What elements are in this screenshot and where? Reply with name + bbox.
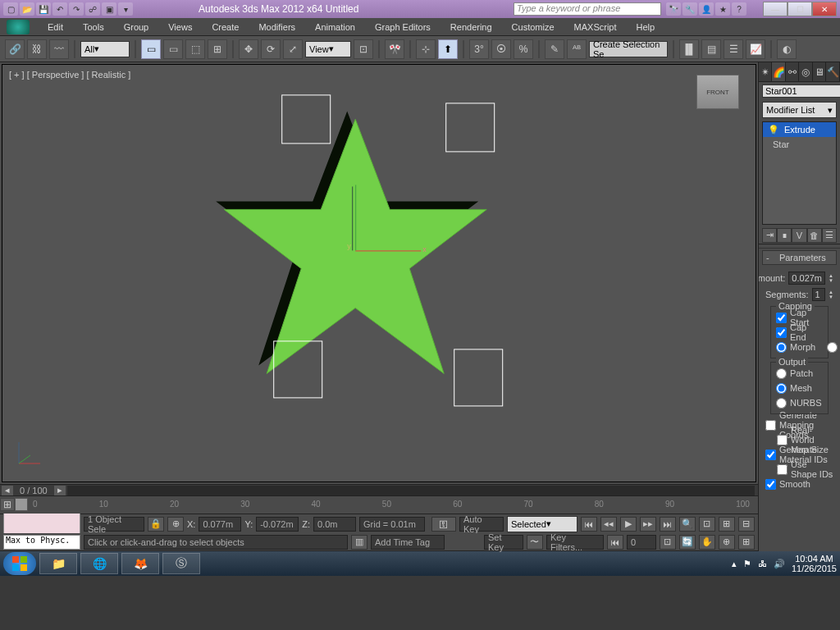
goto-start-icon[interactable]: ⏮ xyxy=(581,517,597,532)
show-end-icon[interactable]: ∎ xyxy=(777,228,792,243)
tab-hierarchy-icon[interactable]: ⚯ xyxy=(786,62,800,81)
vp-fow-icon[interactable]: ⊞ xyxy=(719,517,735,532)
tray-clock[interactable]: 10:04 AM 11/26/2015 xyxy=(792,554,837,573)
coord-x[interactable]: 0.077m xyxy=(199,517,241,532)
time-config-button-icon[interactable]: ⊡ xyxy=(660,535,676,550)
coord-y[interactable]: -0.072m xyxy=(256,517,299,532)
link-tool-icon[interactable]: 🔗 xyxy=(5,39,25,59)
mirror-icon[interactable]: ▐▌ xyxy=(679,39,699,59)
minimize-button[interactable]: — xyxy=(763,2,788,16)
amount-spinner[interactable]: 0.027m xyxy=(788,272,825,285)
layers-icon[interactable]: ☰ xyxy=(724,39,743,59)
patch-radio[interactable] xyxy=(776,368,787,379)
viewport-label[interactable]: [ + ] [ Perspective ] [ Realistic ] xyxy=(9,70,130,80)
tab-utilities-icon[interactable]: 🔨 xyxy=(826,62,840,81)
object-name-input[interactable] xyxy=(762,84,840,98)
vp-rotate-icon[interactable]: 🔄 xyxy=(679,535,696,550)
next-frame-icon[interactable]: ▸▸ xyxy=(640,517,656,532)
task-explorer-icon[interactable]: 📁 xyxy=(39,553,77,574)
menu-graph-editors[interactable]: Graph Editors xyxy=(367,20,439,34)
new-icon[interactable]: ▢ xyxy=(3,2,18,16)
move-tool-icon[interactable]: ✥ xyxy=(239,39,258,59)
key-mode-dropdown[interactable]: Selected ▾ xyxy=(507,516,578,532)
manipulator-icon[interactable]: 🎌 xyxy=(385,39,404,59)
material-editor-icon[interactable]: ◐ xyxy=(777,39,797,59)
nurbs-radio[interactable] xyxy=(776,398,787,409)
abs-rel-icon[interactable]: ⊕ xyxy=(167,517,184,532)
named-sel-icon[interactable]: ᴬᴮ xyxy=(567,39,587,59)
realworld-checkbox[interactable] xyxy=(777,435,788,445)
unique-icon[interactable]: V xyxy=(792,228,806,243)
tray-flag-icon[interactable]: ⚑ xyxy=(743,559,751,569)
use-shapeid-checkbox[interactable] xyxy=(777,464,788,475)
vp-orbit-icon[interactable]: ⊕ xyxy=(719,535,735,550)
comm-center-icon[interactable]: ▥ xyxy=(351,535,368,550)
autokey-button[interactable]: Auto Key xyxy=(459,517,504,532)
task-3dsmax-icon[interactable]: Ⓢ xyxy=(162,553,200,574)
vp-zoom-all-icon[interactable]: ⊡ xyxy=(699,517,715,532)
bind-spacewarp-icon[interactable]: 〰 xyxy=(49,39,69,59)
select-tool-icon[interactable]: ▭ xyxy=(141,39,161,59)
viewcube[interactable]: FRONT xyxy=(696,75,739,109)
menu-group[interactable]: Group xyxy=(116,20,158,34)
play-icon[interactable]: ▶ xyxy=(620,517,637,532)
named-selection-dropdown[interactable]: Create Selection Se xyxy=(589,41,668,57)
mesh-radio[interactable] xyxy=(776,383,787,394)
align-icon[interactable]: ▤ xyxy=(701,39,721,59)
link-icon[interactable]: ☍ xyxy=(85,2,100,16)
vp-max-icon[interactable]: ⊞ xyxy=(738,535,755,550)
menu-customize[interactable]: Customize xyxy=(504,20,563,34)
start-button[interactable] xyxy=(3,552,36,575)
curve-editor-icon[interactable]: 📈 xyxy=(746,39,765,59)
menu-tools[interactable]: Tools xyxy=(75,20,112,34)
named-sel-edit-icon[interactable]: ✎ xyxy=(545,39,564,59)
vp-pan2-icon[interactable]: ✋ xyxy=(699,535,715,550)
maximize-button[interactable]: ☐ xyxy=(788,2,812,16)
save-icon[interactable]: 💾 xyxy=(36,2,51,16)
task-firefox-icon[interactable]: 🦊 xyxy=(121,553,159,574)
qat-dropdown-icon[interactable]: ▾ xyxy=(118,2,133,16)
gen-matid-checkbox[interactable] xyxy=(765,450,776,460)
select-name-icon[interactable]: ▭ xyxy=(163,39,183,59)
tab-modify-icon[interactable]: 🌈 xyxy=(772,62,786,81)
key-mode-icon[interactable]: 〜 xyxy=(527,535,543,550)
rotate-tool-icon[interactable]: ⟳ xyxy=(261,39,281,59)
configure-icon[interactable]: ☰ xyxy=(822,228,837,243)
current-frame[interactable]: 0 xyxy=(627,535,656,550)
menu-modifiers[interactable]: Modifiers xyxy=(250,20,304,34)
key-icon[interactable]: ⚿ xyxy=(431,517,456,532)
project-icon[interactable]: ▣ xyxy=(102,2,116,16)
time-slider-thumb[interactable] xyxy=(15,498,28,511)
snap-3d-icon[interactable]: ⬆ xyxy=(438,39,458,59)
menu-create[interactable]: Create xyxy=(203,20,247,34)
user-icon[interactable]: 👤 xyxy=(699,2,714,16)
menu-animation[interactable]: Animation xyxy=(307,20,363,34)
pivot-icon[interactable]: ⊡ xyxy=(354,39,373,59)
menu-rendering[interactable]: Rendering xyxy=(442,20,500,34)
modifier-stack[interactable]: 💡ExtrudeStar xyxy=(762,121,837,225)
menu-help[interactable]: Help xyxy=(628,20,664,34)
maxscript-listener[interactable]: Max to Physc. xyxy=(3,535,80,550)
lock-selection-icon[interactable]: 🔒 xyxy=(148,517,164,532)
setkey-button[interactable]: Set Key xyxy=(484,535,523,550)
ref-coord-dropdown[interactable]: View ▾ xyxy=(305,41,351,57)
modifier-star[interactable]: Star xyxy=(763,137,836,152)
help-icon[interactable]: ? xyxy=(732,2,746,16)
time-config-icon[interactable]: ⊞ xyxy=(0,498,15,511)
vp-zoom-icon[interactable]: 🔍 xyxy=(679,517,696,532)
selection-filter-dropdown[interactable]: All ▾ xyxy=(80,41,130,57)
scale-tool-icon[interactable]: ⤢ xyxy=(283,39,303,59)
wrench-icon[interactable]: 🔧 xyxy=(682,2,697,16)
window-crossing-icon[interactable]: ⊞ xyxy=(208,39,227,59)
tab-display-icon[interactable]: 🖥 xyxy=(813,62,827,81)
coord-z[interactable]: 0.0m xyxy=(313,517,356,532)
prev-frame-icon[interactable]: ◂◂ xyxy=(600,517,617,532)
modifier-extrude[interactable]: 💡Extrude xyxy=(763,122,836,137)
tab-create-icon[interactable]: ✴ xyxy=(759,62,773,81)
modifier-list-dropdown[interactable]: Modifier List▾ xyxy=(762,102,837,118)
smooth-checkbox[interactable] xyxy=(765,479,776,490)
cap-end-checkbox[interactable] xyxy=(776,327,787,338)
add-time-tag[interactable]: Add Time Tag xyxy=(371,535,445,550)
viewport-perspective[interactable]: [ + ] [ Perspective ] [ Realistic ] FRON… xyxy=(2,64,756,482)
vp-pan-icon[interactable]: ⊟ xyxy=(738,517,755,532)
